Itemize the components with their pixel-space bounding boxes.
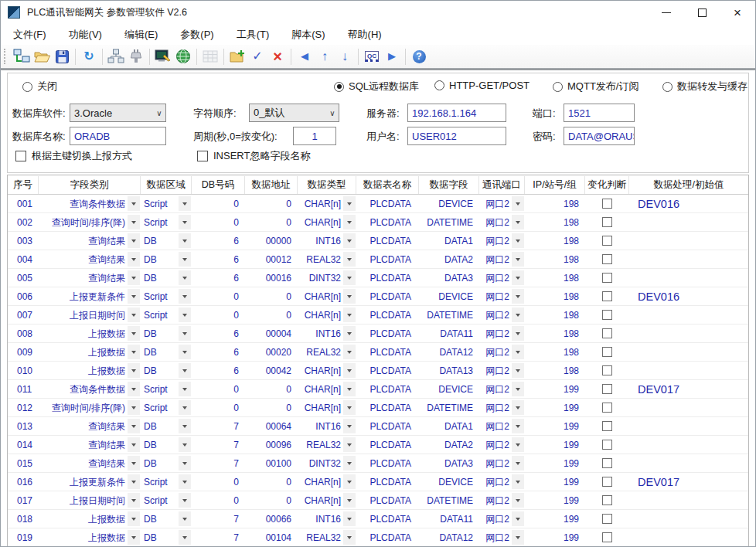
cell-data-area-value[interactable]: Script bbox=[141, 214, 179, 231]
cell-data-type-value[interactable]: CHAR[n] bbox=[298, 307, 343, 324]
dropdown-button[interactable] bbox=[512, 345, 524, 359]
dropdown-button[interactable] bbox=[128, 437, 140, 452]
cell-field-category-value[interactable]: 上报日期时间 bbox=[39, 307, 128, 324]
dropdown-button[interactable] bbox=[343, 474, 356, 489]
cell-data-address[interactable]: 00100 bbox=[245, 455, 298, 472]
cell-data-address[interactable]: 0 bbox=[245, 307, 298, 324]
cell-field-category-value[interactable]: 查询结果 bbox=[39, 270, 128, 287]
dropdown-button[interactable] bbox=[128, 233, 140, 248]
dropdown-button[interactable] bbox=[512, 196, 524, 211]
cell-initial-value[interactable]: DEV017 bbox=[629, 381, 748, 398]
dropdown-button[interactable] bbox=[512, 307, 524, 322]
cell-ip-station[interactable]: 198 bbox=[525, 362, 585, 379]
table-row[interactable]: 007上报日期时间Script00CHAR[n]PLCDATADATETIME网… bbox=[8, 306, 748, 324]
dropdown-button[interactable] bbox=[343, 456, 356, 471]
refresh-icon[interactable]: ↻ bbox=[80, 47, 98, 66]
cell-table-name[interactable]: PLCDATA bbox=[356, 288, 419, 305]
mode-radio-close[interactable]: 关闭 bbox=[22, 80, 57, 93]
topology-icon[interactable] bbox=[107, 47, 125, 66]
cell-initial-value[interactable]: DEV017 bbox=[629, 474, 748, 491]
dropdown-button[interactable] bbox=[179, 215, 191, 229]
password-input[interactable] bbox=[564, 127, 635, 145]
cell-field-category-value[interactable]: 上报数据 bbox=[39, 344, 128, 361]
cell-data-field[interactable]: DATA12 bbox=[419, 344, 479, 361]
cell-data-field[interactable]: DATA12 bbox=[419, 529, 479, 546]
cell-data-address[interactable]: 00042 bbox=[245, 362, 298, 379]
dropdown-button[interactable] bbox=[512, 419, 524, 433]
cell-comm-port-value[interactable]: 网口2 bbox=[479, 344, 512, 361]
cell-index[interactable]: 008 bbox=[8, 325, 39, 342]
dropdown-button[interactable] bbox=[179, 326, 191, 341]
cell-data-address[interactable]: 00066 bbox=[245, 511, 298, 528]
qc-check-icon[interactable]: QC bbox=[363, 47, 381, 66]
dropdown-button[interactable] bbox=[512, 382, 524, 396]
cell-table-name[interactable]: PLCDATA bbox=[356, 474, 419, 491]
dropdown-button[interactable] bbox=[128, 326, 140, 341]
cell-data-area-value[interactable]: Script bbox=[141, 399, 179, 416]
cell-field-category-value[interactable]: 查询结果 bbox=[39, 437, 128, 454]
cell-data-field[interactable]: DATA3 bbox=[419, 270, 479, 287]
cell-table-name[interactable]: PLCDATA bbox=[356, 511, 419, 528]
dropdown-button[interactable] bbox=[179, 307, 191, 322]
cell-ip-station[interactable]: 199 bbox=[525, 511, 585, 528]
dropdown-button[interactable] bbox=[512, 400, 524, 415]
table-row[interactable]: 009上报数据DB600020REAL32PLCDATADATA12网口2198 bbox=[8, 343, 748, 362]
cell-db-number[interactable]: 7 bbox=[192, 455, 245, 472]
mode-radio-mqtt[interactable]: MQTT发布/订阅 bbox=[553, 80, 639, 93]
cell-data-area-value[interactable]: DB bbox=[141, 233, 179, 250]
dropdown-button[interactable] bbox=[343, 400, 356, 415]
cell-data-type-value[interactable]: CHAR[n] bbox=[298, 362, 343, 379]
option-insert-ignore-fields[interactable]: INSERT忽略字段名称 bbox=[197, 149, 310, 163]
table-row[interactable]: 010上报数据DB600042CHAR[n]PLCDATADATA13网口219… bbox=[8, 362, 748, 380]
cell-data-field[interactable]: DATETIME bbox=[419, 492, 479, 509]
cell-data-area-value[interactable]: Script bbox=[141, 474, 179, 491]
cell-data-type-value[interactable]: INT16 bbox=[298, 511, 343, 528]
change-detect-checkbox[interactable] bbox=[602, 310, 612, 320]
dropdown-button[interactable] bbox=[343, 511, 356, 526]
cell-data-type-value[interactable]: CHAR[n] bbox=[298, 288, 343, 305]
dropdown-button[interactable] bbox=[343, 289, 356, 304]
cell-db-number[interactable]: 0 bbox=[192, 399, 245, 416]
cell-comm-port-value[interactable]: 网口2 bbox=[479, 511, 512, 528]
open-file-icon[interactable] bbox=[32, 47, 51, 66]
cell-comm-port-value[interactable]: 网口2 bbox=[479, 529, 512, 546]
cell-table-name[interactable]: PLCDATA bbox=[356, 270, 419, 287]
cell-data-area-value[interactable]: Script bbox=[141, 288, 179, 305]
cell-ip-station[interactable]: 199 bbox=[525, 455, 585, 472]
menu-tools[interactable]: 工具(T) bbox=[229, 25, 278, 44]
cell-data-address[interactable]: 00016 bbox=[245, 270, 298, 287]
cell-data-field[interactable]: DATA2 bbox=[419, 437, 479, 454]
cell-data-field[interactable]: DATA2 bbox=[419, 251, 479, 268]
dropdown-button[interactable] bbox=[128, 493, 140, 508]
char-order-select[interactable]: 0_默认 ∨ bbox=[249, 104, 339, 122]
table-row[interactable]: 005查询结果DB600016DINT32PLCDATADATA3网口2198 bbox=[8, 269, 748, 287]
cell-comm-port-value[interactable]: 网口2 bbox=[479, 399, 512, 416]
cell-db-number[interactable]: 7 bbox=[192, 418, 245, 435]
table-row[interactable]: 018上报数据DB700066INT16PLCDATADATA11网口2199 bbox=[8, 510, 748, 528]
dropdown-button[interactable] bbox=[343, 270, 356, 285]
cell-data-type-value[interactable]: DINT32 bbox=[298, 270, 343, 287]
cell-data-type-value[interactable]: CHAR[n] bbox=[298, 195, 343, 212]
cell-comm-port-value[interactable]: 网口2 bbox=[479, 381, 512, 398]
cell-data-type-value[interactable]: REAL32 bbox=[298, 529, 343, 546]
dropdown-button[interactable] bbox=[343, 252, 356, 267]
change-detect-checkbox[interactable] bbox=[602, 477, 612, 487]
table-row[interactable]: 019上报数据DB700104REAL32PLCDATADATA12网口2199 bbox=[8, 528, 748, 547]
move-up-icon[interactable]: ↑ bbox=[315, 47, 334, 66]
dropdown-button[interactable] bbox=[343, 326, 356, 341]
cell-db-number[interactable]: 6 bbox=[192, 362, 245, 379]
cell-data-type-value[interactable]: INT16 bbox=[298, 418, 343, 435]
cell-ip-station[interactable]: 198 bbox=[525, 325, 585, 342]
cell-data-area-value[interactable]: DB bbox=[141, 251, 179, 268]
cell-index[interactable]: 012 bbox=[8, 399, 39, 416]
dropdown-button[interactable] bbox=[179, 233, 191, 248]
cell-data-address[interactable]: 0 bbox=[245, 288, 298, 305]
change-detect-checkbox[interactable] bbox=[602, 254, 612, 264]
cell-ip-station[interactable]: 198 bbox=[525, 233, 585, 250]
cell-field-category-value[interactable]: 查询结果 bbox=[39, 233, 128, 250]
dropdown-button[interactable] bbox=[343, 345, 356, 359]
cell-data-type-value[interactable]: CHAR[n] bbox=[298, 214, 343, 231]
cell-field-category-value[interactable]: 上报数据 bbox=[39, 511, 128, 528]
cell-initial-value[interactable]: DEV016 bbox=[629, 288, 748, 305]
cell-data-type-value[interactable]: CHAR[n] bbox=[298, 399, 343, 416]
